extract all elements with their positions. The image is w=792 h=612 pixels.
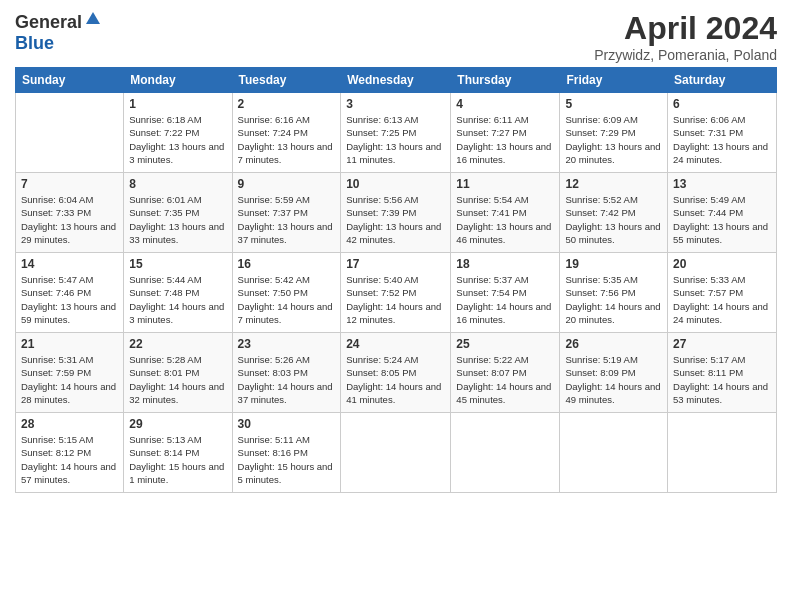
day-detail: Sunrise: 6:09 AMSunset: 7:29 PMDaylight:…: [565, 113, 662, 166]
calendar-cell: 28Sunrise: 5:15 AMSunset: 8:12 PMDayligh…: [16, 413, 124, 493]
day-detail: Sunrise: 6:13 AMSunset: 7:25 PMDaylight:…: [346, 113, 445, 166]
day-number: 27: [673, 337, 771, 351]
calendar-header-saturday: Saturday: [668, 68, 777, 93]
day-detail: Sunrise: 5:26 AMSunset: 8:03 PMDaylight:…: [238, 353, 336, 406]
day-detail: Sunrise: 6:04 AMSunset: 7:33 PMDaylight:…: [21, 193, 118, 246]
calendar-cell: 24Sunrise: 5:24 AMSunset: 8:05 PMDayligh…: [341, 333, 451, 413]
calendar-header-tuesday: Tuesday: [232, 68, 341, 93]
day-detail: Sunrise: 5:37 AMSunset: 7:54 PMDaylight:…: [456, 273, 554, 326]
calendar-cell: 21Sunrise: 5:31 AMSunset: 7:59 PMDayligh…: [16, 333, 124, 413]
calendar-header-sunday: Sunday: [16, 68, 124, 93]
week-row-2: 7Sunrise: 6:04 AMSunset: 7:33 PMDaylight…: [16, 173, 777, 253]
day-detail: Sunrise: 5:15 AMSunset: 8:12 PMDaylight:…: [21, 433, 118, 486]
calendar-header-wednesday: Wednesday: [341, 68, 451, 93]
svg-marker-0: [86, 12, 100, 24]
day-detail: Sunrise: 5:31 AMSunset: 7:59 PMDaylight:…: [21, 353, 118, 406]
header: General Blue April 2024 Przywidz, Pomera…: [15, 10, 777, 63]
logo-blue: Blue: [15, 33, 54, 53]
calendar-header-friday: Friday: [560, 68, 668, 93]
day-number: 18: [456, 257, 554, 271]
day-detail: Sunrise: 5:44 AMSunset: 7:48 PMDaylight:…: [129, 273, 226, 326]
day-number: 11: [456, 177, 554, 191]
day-number: 20: [673, 257, 771, 271]
day-detail: Sunrise: 6:01 AMSunset: 7:35 PMDaylight:…: [129, 193, 226, 246]
day-number: 19: [565, 257, 662, 271]
month-title: April 2024: [594, 10, 777, 47]
day-number: 29: [129, 417, 226, 431]
calendar-table: SundayMondayTuesdayWednesdayThursdayFrid…: [15, 67, 777, 493]
day-detail: Sunrise: 5:59 AMSunset: 7:37 PMDaylight:…: [238, 193, 336, 246]
day-number: 21: [21, 337, 118, 351]
day-detail: Sunrise: 5:22 AMSunset: 8:07 PMDaylight:…: [456, 353, 554, 406]
day-number: 2: [238, 97, 336, 111]
day-number: 28: [21, 417, 118, 431]
day-detail: Sunrise: 6:11 AMSunset: 7:27 PMDaylight:…: [456, 113, 554, 166]
day-number: 5: [565, 97, 662, 111]
week-row-4: 21Sunrise: 5:31 AMSunset: 7:59 PMDayligh…: [16, 333, 777, 413]
day-detail: Sunrise: 5:56 AMSunset: 7:39 PMDaylight:…: [346, 193, 445, 246]
calendar-cell: 4Sunrise: 6:11 AMSunset: 7:27 PMDaylight…: [451, 93, 560, 173]
day-number: 26: [565, 337, 662, 351]
logo-general: General: [15, 12, 82, 32]
calendar-cell: [560, 413, 668, 493]
calendar-cell: 20Sunrise: 5:33 AMSunset: 7:57 PMDayligh…: [668, 253, 777, 333]
calendar-cell: 2Sunrise: 6:16 AMSunset: 7:24 PMDaylight…: [232, 93, 341, 173]
day-detail: Sunrise: 5:13 AMSunset: 8:14 PMDaylight:…: [129, 433, 226, 486]
location-title: Przywidz, Pomerania, Poland: [594, 47, 777, 63]
day-detail: Sunrise: 5:35 AMSunset: 7:56 PMDaylight:…: [565, 273, 662, 326]
day-number: 13: [673, 177, 771, 191]
week-row-1: 1Sunrise: 6:18 AMSunset: 7:22 PMDaylight…: [16, 93, 777, 173]
calendar-cell: 23Sunrise: 5:26 AMSunset: 8:03 PMDayligh…: [232, 333, 341, 413]
calendar-cell: [451, 413, 560, 493]
calendar-cell: 12Sunrise: 5:52 AMSunset: 7:42 PMDayligh…: [560, 173, 668, 253]
calendar-cell: 8Sunrise: 6:01 AMSunset: 7:35 PMDaylight…: [124, 173, 232, 253]
calendar-cell: 30Sunrise: 5:11 AMSunset: 8:16 PMDayligh…: [232, 413, 341, 493]
calendar-cell: 22Sunrise: 5:28 AMSunset: 8:01 PMDayligh…: [124, 333, 232, 413]
calendar-cell: 13Sunrise: 5:49 AMSunset: 7:44 PMDayligh…: [668, 173, 777, 253]
calendar-cell: 6Sunrise: 6:06 AMSunset: 7:31 PMDaylight…: [668, 93, 777, 173]
day-number: 14: [21, 257, 118, 271]
day-detail: Sunrise: 5:19 AMSunset: 8:09 PMDaylight:…: [565, 353, 662, 406]
day-number: 12: [565, 177, 662, 191]
day-number: 4: [456, 97, 554, 111]
calendar-cell: 14Sunrise: 5:47 AMSunset: 7:46 PMDayligh…: [16, 253, 124, 333]
calendar-header-monday: Monday: [124, 68, 232, 93]
calendar-cell: [668, 413, 777, 493]
day-detail: Sunrise: 5:54 AMSunset: 7:41 PMDaylight:…: [456, 193, 554, 246]
day-detail: Sunrise: 5:11 AMSunset: 8:16 PMDaylight:…: [238, 433, 336, 486]
day-number: 22: [129, 337, 226, 351]
calendar-cell: 29Sunrise: 5:13 AMSunset: 8:14 PMDayligh…: [124, 413, 232, 493]
calendar-cell: 1Sunrise: 6:18 AMSunset: 7:22 PMDaylight…: [124, 93, 232, 173]
day-number: 8: [129, 177, 226, 191]
calendar-cell: 10Sunrise: 5:56 AMSunset: 7:39 PMDayligh…: [341, 173, 451, 253]
calendar-cell: 9Sunrise: 5:59 AMSunset: 7:37 PMDaylight…: [232, 173, 341, 253]
calendar-cell: 7Sunrise: 6:04 AMSunset: 7:33 PMDaylight…: [16, 173, 124, 253]
day-detail: Sunrise: 5:52 AMSunset: 7:42 PMDaylight:…: [565, 193, 662, 246]
day-detail: Sunrise: 6:06 AMSunset: 7:31 PMDaylight:…: [673, 113, 771, 166]
day-detail: Sunrise: 5:17 AMSunset: 8:11 PMDaylight:…: [673, 353, 771, 406]
calendar-cell: 17Sunrise: 5:40 AMSunset: 7:52 PMDayligh…: [341, 253, 451, 333]
calendar-header-thursday: Thursday: [451, 68, 560, 93]
calendar-cell: 5Sunrise: 6:09 AMSunset: 7:29 PMDaylight…: [560, 93, 668, 173]
calendar-cell: [341, 413, 451, 493]
calendar-cell: 27Sunrise: 5:17 AMSunset: 8:11 PMDayligh…: [668, 333, 777, 413]
logo-block: General Blue: [15, 10, 102, 54]
day-number: 25: [456, 337, 554, 351]
calendar-cell: 19Sunrise: 5:35 AMSunset: 7:56 PMDayligh…: [560, 253, 668, 333]
day-number: 24: [346, 337, 445, 351]
day-number: 30: [238, 417, 336, 431]
page-container: General Blue April 2024 Przywidz, Pomera…: [0, 0, 792, 503]
day-detail: Sunrise: 5:24 AMSunset: 8:05 PMDaylight:…: [346, 353, 445, 406]
calendar-cell: 11Sunrise: 5:54 AMSunset: 7:41 PMDayligh…: [451, 173, 560, 253]
day-detail: Sunrise: 5:42 AMSunset: 7:50 PMDaylight:…: [238, 273, 336, 326]
day-detail: Sunrise: 5:47 AMSunset: 7:46 PMDaylight:…: [21, 273, 118, 326]
day-detail: Sunrise: 5:28 AMSunset: 8:01 PMDaylight:…: [129, 353, 226, 406]
logo-icon: [84, 10, 102, 28]
day-detail: Sunrise: 5:49 AMSunset: 7:44 PMDaylight:…: [673, 193, 771, 246]
day-number: 23: [238, 337, 336, 351]
day-detail: Sunrise: 6:18 AMSunset: 7:22 PMDaylight:…: [129, 113, 226, 166]
calendar-cell: 18Sunrise: 5:37 AMSunset: 7:54 PMDayligh…: [451, 253, 560, 333]
day-number: 9: [238, 177, 336, 191]
calendar-cell: 15Sunrise: 5:44 AMSunset: 7:48 PMDayligh…: [124, 253, 232, 333]
week-row-3: 14Sunrise: 5:47 AMSunset: 7:46 PMDayligh…: [16, 253, 777, 333]
